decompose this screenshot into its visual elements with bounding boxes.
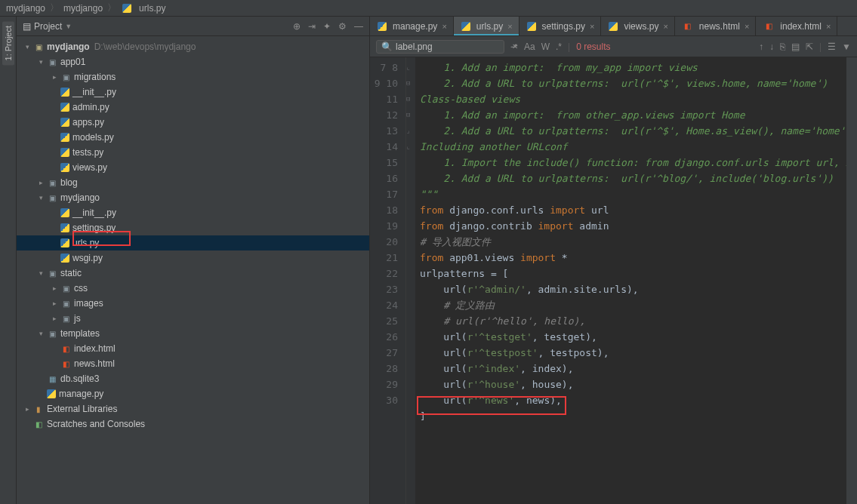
close-tab-icon[interactable]: ×	[663, 22, 667, 31]
prev-occurrence-icon[interactable]: ⬏	[510, 41, 518, 52]
tree-node[interactable]: tests.py	[17, 145, 369, 160]
expand-icon[interactable]: ▸	[50, 284, 59, 292]
hide-icon[interactable]: —	[354, 21, 363, 32]
editor-tab[interactable]: views.py×	[601, 17, 674, 35]
search-input[interactable]	[396, 41, 509, 52]
tree-node[interactable]: ▾▣templates	[17, 326, 369, 341]
next-match-icon[interactable]: ↓	[769, 41, 774, 52]
prev-match-icon[interactable]: ↑	[759, 41, 763, 52]
more-options-icon[interactable]: ☰	[828, 41, 836, 52]
project-tree[interactable]: ▾ ▣ mydjango D:\web\devops\mydjango ▾▣ap…	[17, 36, 369, 504]
folder-icon: ▣	[60, 283, 71, 293]
folder-icon: ▣	[60, 72, 71, 82]
folder-icon: ▣	[60, 313, 71, 324]
tree-node-label: __init__.py	[72, 87, 116, 97]
scratches[interactable]: ◧ Scratches and Consoles	[17, 416, 369, 432]
tree-root[interactable]: ▾ ▣ mydjango D:\web\devops\mydjango	[17, 39, 369, 54]
project-tool-button[interactable]: 1: Project	[2, 21, 14, 65]
open-in-find-icon[interactable]: ▤	[791, 41, 800, 52]
filter-icon[interactable]: ▼	[842, 41, 851, 52]
tree-node-label: urls.py	[72, 238, 99, 248]
close-tab-icon[interactable]: ×	[442, 22, 446, 31]
python-file-icon	[527, 22, 536, 31]
fold-gutter[interactable]: ⌞ ⊟ ⊟ ⊟ ⌟ ⌞	[406, 57, 415, 504]
editor-tab[interactable]: ◧index.html×	[756, 17, 837, 35]
editor-tab[interactable]: ◧news.html×	[675, 17, 756, 35]
project-toolwindow-icon: ▤	[23, 21, 31, 32]
tree-node[interactable]: wsgi.py	[17, 250, 369, 266]
tool-window-strip: 1: Project	[0, 17, 17, 504]
tree-node[interactable]: ▸▣blog	[17, 175, 369, 190]
expand-icon[interactable]: ▾	[36, 58, 45, 66]
code-content[interactable]: 1. Add an import: from my_app import vie…	[415, 57, 846, 504]
tree-node[interactable]: settings.py	[17, 220, 369, 235]
tab-label: manage.py	[393, 21, 437, 32]
editor-body[interactable]: 7 8 9 10 11 12 13 14 15 16 17 18 19 20 2…	[370, 57, 857, 504]
python-file-icon	[60, 133, 69, 142]
tree-node-label: settings.py	[72, 223, 116, 233]
python-file-icon	[461, 22, 470, 31]
export-icon[interactable]: ⇱	[806, 41, 813, 52]
expand-icon[interactable]: ▸	[50, 73, 59, 81]
close-tab-icon[interactable]: ×	[590, 22, 594, 31]
tree-node[interactable]: ▸▣js	[17, 311, 369, 326]
tree-node[interactable]: ▾▣static	[17, 266, 369, 281]
settings-icon[interactable]: ✦	[323, 21, 331, 32]
tree-node-label: css	[74, 283, 88, 293]
dropdown-icon[interactable]: ▼	[65, 23, 72, 30]
tree-node[interactable]: views.py	[17, 160, 369, 175]
tree-node[interactable]: admin.py	[17, 100, 369, 115]
expand-icon[interactable]: ▾	[36, 194, 45, 201]
tree-node[interactable]: __init__.py	[17, 205, 369, 220]
project-panel-header: ▤ Project ▼ ⊕ ⇥ ✦ ⚙ —	[17, 17, 369, 36]
editor-tab[interactable]: settings.py×	[519, 17, 602, 35]
python-file-icon	[47, 389, 56, 398]
python-file-icon	[60, 238, 69, 247]
tree-node[interactable]: ◧news.html	[17, 356, 369, 371]
tree-node[interactable]: ▾▣mydjango	[17, 190, 369, 205]
error-stripe[interactable]	[846, 57, 857, 504]
tree-node[interactable]: __init__.py	[17, 85, 369, 100]
expand-icon[interactable]: ▾	[23, 43, 32, 51]
external-libraries[interactable]: ▸ ▮ External Libraries	[17, 401, 369, 416]
folder-icon: ▣	[60, 298, 71, 309]
tree-node[interactable]: ▦db.sqlite3	[17, 371, 369, 386]
tree-node[interactable]: ▸▣migrations	[17, 69, 369, 85]
close-tab-icon[interactable]: ×	[744, 22, 749, 31]
python-file-icon	[609, 22, 618, 31]
breadcrumb-part-0[interactable]: mydjango	[6, 3, 45, 14]
collapse-all-icon[interactable]: ⇥	[308, 21, 316, 32]
expand-icon[interactable]: ▸	[36, 179, 45, 186]
close-tab-icon[interactable]: ×	[826, 22, 831, 31]
tree-node[interactable]: ▸▣images	[17, 296, 369, 311]
breadcrumb-file[interactable]: urls.py	[139, 3, 165, 14]
whole-word-toggle[interactable]: W	[541, 41, 550, 52]
breadcrumb-part-1[interactable]: mydjango	[63, 3, 103, 14]
project-panel: ▤ Project ▼ ⊕ ⇥ ✦ ⚙ — ▾ ▣ mydjango D:\we…	[17, 17, 370, 504]
expand-icon[interactable]: ▾	[36, 330, 45, 337]
tree-node[interactable]: models.py	[17, 130, 369, 145]
gear-icon[interactable]: ⚙	[338, 21, 347, 32]
tree-node[interactable]: ◧index.html	[17, 341, 369, 356]
regex-toggle[interactable]: .*	[556, 41, 562, 52]
expand-icon[interactable]: ▸	[50, 300, 59, 307]
tree-node-label: app01	[60, 57, 85, 67]
editor-tabs: manage.py×urls.py×settings.py×views.py×◧…	[370, 17, 857, 36]
select-all-icon[interactable]: ⎘	[780, 41, 785, 52]
locate-icon[interactable]: ⊕	[293, 21, 301, 32]
tree-node[interactable]: ▾▣app01	[17, 54, 369, 69]
search-input-wrap[interactable]: 🔍 ✕	[376, 40, 504, 54]
folder-icon: ▣	[47, 192, 57, 203]
editor-tab[interactable]: manage.py×	[370, 17, 454, 35]
tree-node[interactable]: manage.py	[17, 386, 369, 401]
close-tab-icon[interactable]: ×	[507, 22, 512, 31]
expand-icon[interactable]: ▾	[36, 269, 45, 277]
tree-node[interactable]: apps.py	[17, 115, 369, 130]
expand-icon[interactable]: ▸	[50, 315, 59, 322]
tree-node[interactable]: urls.py	[17, 235, 369, 250]
tree-node[interactable]: ▸▣css	[17, 281, 369, 296]
panel-title[interactable]: ▤ Project ▼	[23, 21, 72, 32]
expand-icon[interactable]: ▸	[23, 405, 32, 413]
match-case-toggle[interactable]: Aa	[524, 41, 535, 52]
editor-tab[interactable]: urls.py×	[454, 17, 519, 35]
